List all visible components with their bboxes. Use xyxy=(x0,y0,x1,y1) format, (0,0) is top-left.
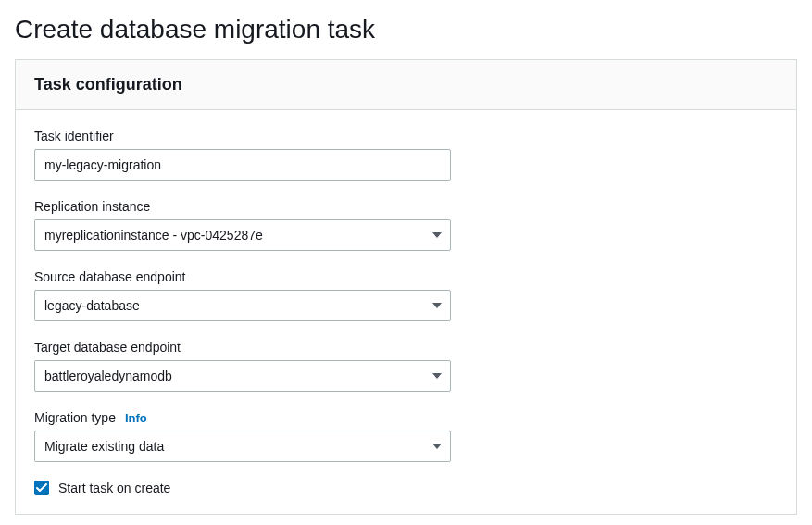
source-endpoint-group: Source database endpoint legacy-database xyxy=(34,269,778,321)
target-endpoint-select-wrapper: battleroyaledynamodb xyxy=(34,360,451,392)
start-on-create-row: Start task on create xyxy=(34,481,778,495)
migration-type-info-link[interactable]: Info xyxy=(125,411,147,425)
target-endpoint-label: Target database endpoint xyxy=(34,340,778,355)
task-identifier-group: Task identifier xyxy=(34,129,778,181)
start-on-create-label[interactable]: Start task on create xyxy=(58,481,170,495)
start-on-create-checkbox[interactable] xyxy=(34,481,49,495)
migration-type-select[interactable]: Migrate existing data xyxy=(34,431,451,462)
target-endpoint-group: Target database endpoint battleroyaledyn… xyxy=(34,340,778,392)
source-endpoint-label: Source database endpoint xyxy=(34,269,778,284)
replication-instance-select-wrapper: myreplicationinstance - vpc-0425287e xyxy=(34,219,451,251)
panel-body: Task identifier Replication instance myr… xyxy=(16,110,796,514)
task-identifier-input[interactable] xyxy=(34,149,451,181)
task-identifier-label: Task identifier xyxy=(34,129,778,144)
migration-type-label: Migration type xyxy=(34,410,116,425)
panel-title: Task configuration xyxy=(34,75,778,94)
page-title: Create database migration task xyxy=(15,15,797,44)
replication-instance-select[interactable]: myreplicationinstance - vpc-0425287e xyxy=(34,219,451,251)
migration-type-group: Migration type Info Migrate existing dat… xyxy=(34,410,778,462)
source-endpoint-select[interactable]: legacy-database xyxy=(34,290,451,321)
migration-type-select-wrapper: Migrate existing data xyxy=(34,431,451,462)
replication-instance-group: Replication instance myreplicationinstan… xyxy=(34,199,778,251)
replication-instance-label: Replication instance xyxy=(34,199,778,214)
source-endpoint-select-wrapper: legacy-database xyxy=(34,290,451,321)
task-configuration-panel: Task configuration Task identifier Repli… xyxy=(15,59,797,515)
target-endpoint-select[interactable]: battleroyaledynamodb xyxy=(34,360,451,392)
checkmark-icon xyxy=(36,483,47,493)
panel-header: Task configuration xyxy=(16,60,796,110)
